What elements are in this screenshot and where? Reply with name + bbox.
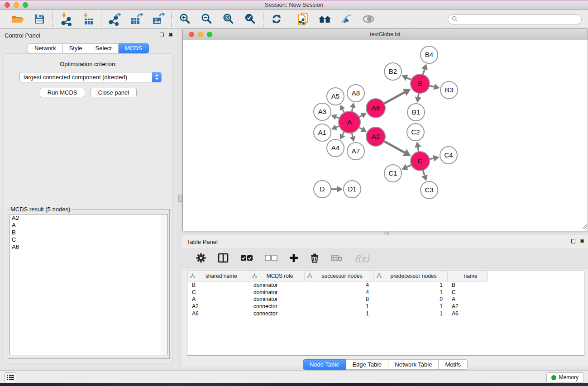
table-cell[interactable]: dominator xyxy=(249,281,304,289)
run-mcds-button[interactable]: Run MCDS xyxy=(40,88,85,97)
column-header-name[interactable]: name xyxy=(447,271,488,281)
tab-mcds[interactable]: MCDS xyxy=(119,43,149,53)
network-title: testGlobe.txt xyxy=(183,31,588,38)
show-hide-button[interactable] xyxy=(361,12,376,27)
delete-column-trash-icon[interactable] xyxy=(310,253,319,264)
column-header-mcds-role[interactable]: MCDS role xyxy=(249,271,304,281)
table-row[interactable]: Cdominator41C xyxy=(187,289,488,296)
import-table-button[interactable] xyxy=(81,12,95,27)
close-panel-button[interactable]: Close panel xyxy=(91,88,137,97)
zoom-in-button[interactable] xyxy=(177,12,192,27)
table-cell[interactable]: 4 xyxy=(304,289,373,296)
dropdown-selected-value: largest connected component (directed) xyxy=(20,74,152,81)
table-cell[interactable]: 1 xyxy=(373,310,447,317)
optimization-criterion-dropdown[interactable]: largest connected component (directed) xyxy=(19,72,162,82)
node-label-A5: A5 xyxy=(331,92,339,100)
result-item[interactable]: A2 xyxy=(10,214,167,222)
import-network-button[interactable] xyxy=(59,12,73,27)
table-cell[interactable]: 1 xyxy=(304,303,373,310)
table-cell[interactable]: A2 xyxy=(447,303,488,310)
select-all-columns-icon[interactable] xyxy=(240,255,253,262)
result-item[interactable]: C xyxy=(10,236,167,243)
table-settings-gear-icon[interactable] xyxy=(196,253,206,264)
table-cell[interactable]: A6 xyxy=(447,310,488,317)
table-cell[interactable]: C xyxy=(447,289,488,296)
export-image-button[interactable] xyxy=(151,12,165,27)
table-cell[interactable]: A xyxy=(447,296,488,303)
table-cell[interactable]: connector xyxy=(249,310,304,317)
table-cell[interactable]: 4 xyxy=(304,281,373,289)
clone-network-button[interactable] xyxy=(296,12,311,27)
table-cell[interactable]: 8 xyxy=(304,296,373,303)
result-item[interactable]: A6 xyxy=(10,243,167,251)
table-cell[interactable]: 0 xyxy=(373,296,447,303)
result-item[interactable]: A xyxy=(10,222,167,229)
deselect-all-columns-icon[interactable] xyxy=(265,255,277,262)
table-cell[interactable]: 1 xyxy=(373,289,447,296)
resize-grip-icon[interactable] xyxy=(582,224,587,230)
node-label-A7: A7 xyxy=(352,147,360,155)
table-cell[interactable]: dominator xyxy=(249,289,304,296)
network-window-titlebar[interactable]: testGlobe.txt xyxy=(183,29,588,41)
zoom-out-button[interactable] xyxy=(199,12,214,27)
network-canvas[interactable]: B4B2BB3B1A5A8A6A3AA1A2C2A4A7C4CC1C3DD1 xyxy=(183,40,588,231)
tab-network-table[interactable]: Network Table xyxy=(388,359,439,370)
tab-select[interactable]: Select xyxy=(89,43,119,53)
table-cell[interactable]: 1 xyxy=(373,281,447,289)
export-network-button[interactable] xyxy=(107,12,122,27)
column-header-predecessor-nodes[interactable]: predecessor nodes xyxy=(373,271,447,281)
search-field[interactable] xyxy=(448,14,582,24)
hide-annotations-button[interactable] xyxy=(339,12,354,27)
import-table-icon xyxy=(81,12,95,27)
vertical-splitter-handle[interactable] xyxy=(178,195,182,202)
tab-node-table[interactable]: Node Table xyxy=(303,359,346,370)
table-cell[interactable]: connector xyxy=(249,303,304,310)
tab-style[interactable]: Style xyxy=(63,43,89,53)
table-cell[interactable]: A xyxy=(187,296,249,303)
task-history-button[interactable] xyxy=(5,372,16,383)
table-cell[interactable]: C xyxy=(187,289,249,296)
float-panel-icon[interactable] xyxy=(160,33,164,37)
memory-button[interactable]: Memory xyxy=(546,372,583,382)
show-columns-icon[interactable] xyxy=(218,253,229,264)
node-label-B2: B2 xyxy=(389,67,397,75)
result-scrollbar[interactable] xyxy=(161,214,167,355)
mcds-result-list[interactable]: A2ABCA6 xyxy=(10,214,168,355)
open-session-button[interactable] xyxy=(10,12,25,27)
node-label-C3: C3 xyxy=(425,186,433,194)
table-cell[interactable]: 1 xyxy=(304,310,373,317)
tab-network[interactable]: Network xyxy=(28,43,63,53)
export-table-button[interactable] xyxy=(129,12,143,27)
zoom-fit-button[interactable] xyxy=(221,12,235,27)
table-cell[interactable]: A6 xyxy=(187,310,249,317)
column-header-shared-name[interactable]: shared name xyxy=(187,271,249,281)
tab-edge-table[interactable]: Edge Table xyxy=(346,359,388,370)
close-table-panel-icon[interactable]: ✖ xyxy=(580,238,584,244)
table-cell[interactable]: B xyxy=(187,281,249,289)
zoom-selected-button[interactable] xyxy=(243,12,257,27)
result-item[interactable]: B xyxy=(10,229,167,236)
close-panel-icon[interactable]: ✖ xyxy=(168,32,173,38)
search-input[interactable] xyxy=(460,16,578,23)
dropdown-stepper-icon xyxy=(152,72,161,82)
tab-motifs[interactable]: Motifs xyxy=(439,359,468,370)
table-cell[interactable]: B xyxy=(447,281,488,289)
table-cell[interactable]: dominator xyxy=(249,296,304,303)
horizontal-splitter-handle[interactable] xyxy=(384,232,389,235)
float-table-panel-icon[interactable] xyxy=(571,239,575,243)
network-canvas-svg[interactable]: B4B2BB3B1A5A8A6A3AA1A2C2A4A7C4CC1C3DD1 xyxy=(183,40,588,231)
table-cell[interactable]: A2 xyxy=(187,303,249,310)
table-row[interactable]: A6connector11A6 xyxy=(187,310,488,317)
table-row[interactable]: Bdominator41B xyxy=(187,281,488,289)
table-cell[interactable]: 1 xyxy=(373,303,447,310)
add-column-plus-icon[interactable] xyxy=(289,253,298,264)
node-label-D1: D1 xyxy=(348,185,356,193)
save-session-button[interactable] xyxy=(32,12,47,27)
refresh-view-button[interactable] xyxy=(269,12,284,27)
table-row[interactable]: Adominator80A xyxy=(187,296,488,303)
table-row[interactable]: A2connector11A2 xyxy=(187,303,488,310)
node-label-A2: A2 xyxy=(372,133,380,140)
home-networks-button[interactable] xyxy=(318,12,332,27)
column-header-successor-nodes[interactable]: successor nodes xyxy=(304,271,373,281)
node-label-C2: C2 xyxy=(411,128,420,136)
